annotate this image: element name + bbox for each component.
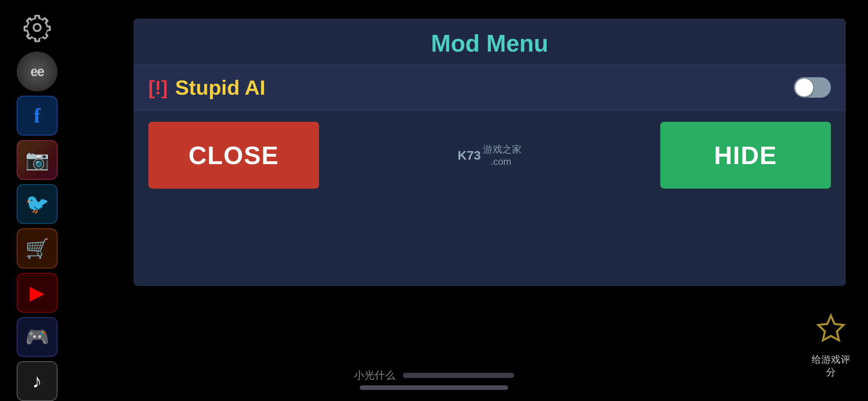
- bottom-hint: 小光什么: [354, 368, 514, 382]
- twitter-icon[interactable]: 🐦: [17, 184, 57, 224]
- mod-menu-header: Mod Menu: [134, 19, 846, 65]
- buttons-row: CLOSE K73 游戏之家.com HIDE: [134, 111, 846, 200]
- feature-row-stupid-ai: [!] Stupid AI: [134, 65, 846, 111]
- rate-label: 给游戏评分: [812, 353, 850, 379]
- tiktok-icon[interactable]: ♪: [17, 361, 57, 401]
- ee-avatar[interactable]: ee: [17, 52, 57, 91]
- mod-menu-body: [!] Stupid AI CLOSE K73 游戏之家.com HIDE: [134, 65, 846, 286]
- feature-name-stupid-ai: Stupid AI: [175, 75, 794, 100]
- watermark: K73 游戏之家.com: [450, 136, 529, 175]
- mod-menu-title: Mod Menu: [431, 30, 548, 57]
- settings-icon[interactable]: [17, 7, 57, 47]
- sidebar: ee f 📷 🐦 🛒 ▶ 🎮 ♪: [0, 0, 74, 401]
- discord-icon[interactable]: 🎮: [17, 317, 57, 357]
- rate-game-star[interactable]: 给游戏评分: [812, 312, 850, 379]
- instagram-icon[interactable]: 📷: [17, 140, 57, 180]
- content-area: [134, 200, 846, 286]
- shop-icon[interactable]: 🛒: [17, 228, 57, 268]
- close-button[interactable]: CLOSE: [148, 122, 319, 189]
- youtube-icon[interactable]: ▶: [17, 273, 57, 313]
- bottom-nav-bar: [360, 385, 508, 390]
- right-panel: 给游戏评分: [794, 0, 868, 401]
- mod-menu-panel: Mod Menu [!] Stupid AI CLOSE K73 游戏之家.co…: [134, 19, 846, 286]
- facebook-icon[interactable]: f: [17, 96, 57, 136]
- feature-badge: [!]: [148, 76, 168, 99]
- progress-bar-hint: [403, 373, 514, 378]
